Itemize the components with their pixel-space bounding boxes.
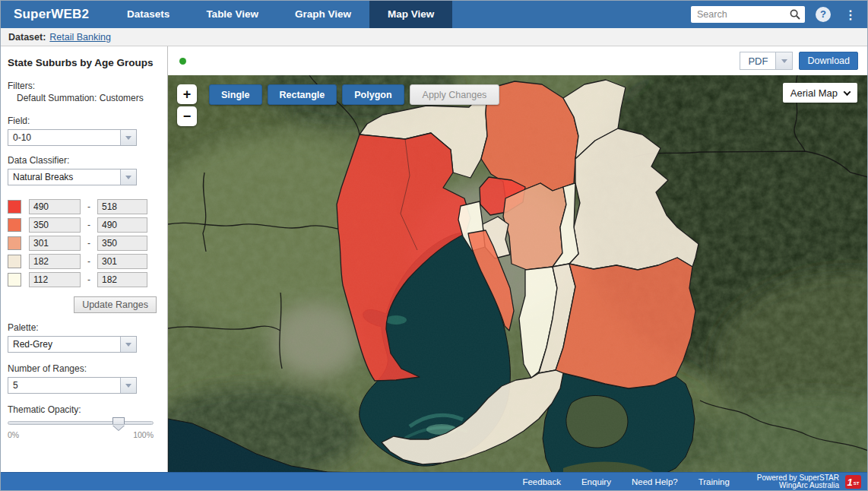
panel-title: State Suburbs by Age Groups [8,57,157,68]
num-ranges-label: Number of Ranges: [8,363,157,374]
tab-map-view[interactable]: Map View [369,1,452,28]
field-select[interactable]: 0-10 [8,129,137,146]
map-action-bar: PDF Download [168,46,867,75]
update-ranges-button[interactable]: Update Ranges [74,296,157,313]
wingarc-1st-logo: 1ST [845,475,861,489]
range-color-swatch [8,218,21,232]
range-row: - [8,254,157,269]
range-color-swatch [8,255,21,268]
superweb2-window: SuperWEB2 Datasets Table View Graph View… [0,0,868,491]
chevron-down-icon[interactable] [120,378,136,393]
powered-by-text: Powered by SuperSTAR WingArc Australia [757,474,839,490]
footer-link-need-help[interactable]: Need Help? [632,477,678,486]
classifier-value: Natural Breaks [8,172,120,182]
num-ranges-value: 5 [8,380,120,391]
tab-table-view[interactable]: Table View [188,1,277,28]
palette-value: Red-Grey [8,339,120,350]
footer-link-enquiry[interactable]: Enquiry [581,477,611,486]
top-navbar: SuperWEB2 Datasets Table View Graph View… [1,1,867,28]
range-to-input[interactable] [97,254,147,269]
chevron-down-icon[interactable] [120,130,136,145]
select-single-button[interactable]: Single [209,84,262,105]
range-row: - [8,272,157,287]
range-row: - [8,217,157,233]
opacity-min-label: 0% [8,430,19,439]
palette-label: Palette: [8,322,157,333]
filters-label: Filters: [8,81,157,91]
dataset-bar: Dataset: Retail Banking [1,28,867,46]
range-to-input[interactable] [97,199,147,214]
search-input[interactable] [691,6,805,23]
field-label: Field: [8,116,157,126]
footer-bar: Feedback Enquiry Need Help? Training Pow… [1,472,867,491]
range-separator: - [81,274,97,285]
help-icon[interactable]: ? [816,7,831,22]
range-from-input[interactable] [29,272,81,287]
map-zoom-control: + − [177,84,197,126]
tab-datasets[interactable]: Datasets [109,1,188,28]
aerial-map-canvas[interactable] [168,75,867,472]
range-separator: - [81,220,97,230]
range-from-input[interactable] [29,199,81,214]
opacity-slider-track[interactable] [8,421,154,425]
select-polygon-button[interactable]: Polygon [342,84,404,105]
apply-changes-button[interactable]: Apply Changes [410,84,500,105]
default-summation: Default Summation: Customers [8,93,157,103]
range-color-swatch [8,200,21,214]
range-row: - [8,236,157,251]
chevron-down-icon[interactable] [120,337,136,352]
basemap-select[interactable]: Aerial Map [783,83,857,103]
chevron-down-icon [844,88,851,96]
range-separator: - [81,238,97,249]
zoom-out-button[interactable]: − [177,106,197,126]
classifier-select[interactable]: Natural Breaks [8,169,137,185]
range-from-input[interactable] [29,236,81,251]
basemap-value: Aerial Map [790,87,838,99]
footer-link-training[interactable]: Training [699,477,730,486]
range-separator: - [81,201,97,212]
export-format-select[interactable]: PDF [740,52,793,70]
image-grain [168,75,867,472]
opacity-label: Thematic Opacity: [8,404,157,415]
field-value: 0-10 [8,132,120,143]
range-from-input[interactable] [29,254,81,269]
range-color-swatch [8,273,21,287]
range-legend: - - - - [8,199,157,287]
dataset-link[interactable]: Retail Banking [49,32,111,43]
map-viewport[interactable]: + − Single Rectangle Polygon Apply Chang… [168,75,867,472]
chevron-down-icon[interactable] [120,169,136,185]
range-color-swatch [8,236,21,250]
opacity-slider[interactable] [8,421,154,425]
search-icon[interactable] [790,9,800,20]
select-rectangle-button[interactable]: Rectangle [268,84,337,105]
download-button[interactable]: Download [799,52,858,70]
range-to-input[interactable] [97,236,147,251]
classifier-label: Data Classifier: [8,155,157,166]
app-brand: SuperWEB2 [1,1,109,28]
export-format-value[interactable]: PDF [740,52,776,70]
zoom-in-button[interactable]: + [177,84,197,104]
range-separator: - [81,256,97,267]
status-indicator-dot [179,58,186,65]
chevron-down-icon[interactable] [776,52,793,70]
range-row: - [8,199,157,214]
opacity-slider-handle[interactable] [112,417,125,424]
range-to-input[interactable] [97,217,147,233]
tab-graph-view[interactable]: Graph View [277,1,369,28]
palette-select[interactable]: Red-Grey [8,336,137,353]
range-from-input[interactable] [29,217,81,233]
overflow-menu-icon[interactable]: ⋮ [841,8,860,22]
num-ranges-select[interactable]: 5 [8,377,137,394]
footer-link-feedback[interactable]: Feedback [522,477,561,486]
dataset-label: Dataset: [8,32,46,43]
map-settings-panel: State Suburbs by Age Groups Filters: Def… [1,46,168,472]
opacity-max-label: 100% [133,430,154,439]
range-to-input[interactable] [97,272,147,287]
